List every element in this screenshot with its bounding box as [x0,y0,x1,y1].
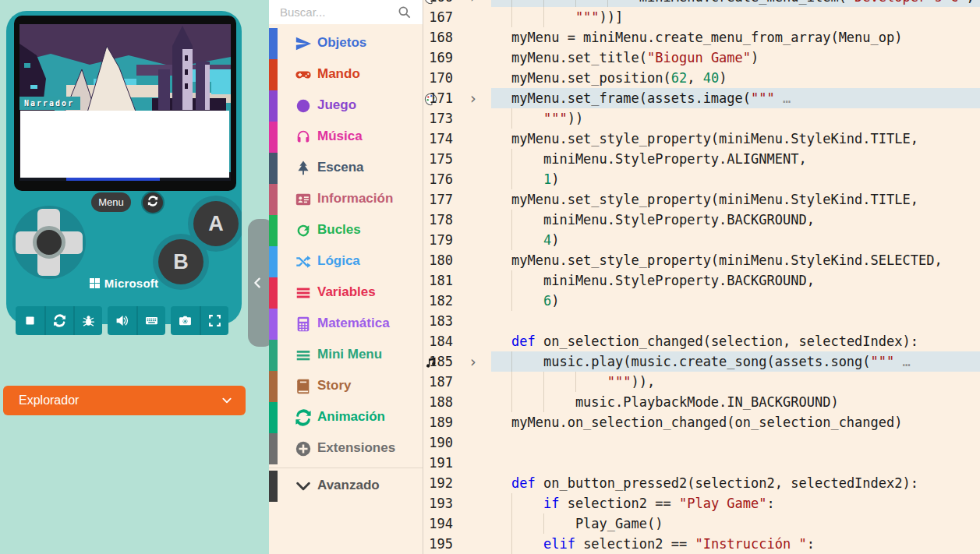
toolbox: ObjetosMandoJuegoMúsicaEscenaInformación… [269,0,423,554]
toolbox-category-minimenu[interactable]: Mini Menu [269,340,423,371]
code-line-166: 166›miniMenu.create_menu_item("Developer… [423,0,980,7]
fullscreen-icon [208,314,221,327]
code-text: miniMenu.StyleProperty.BACKGROUND, [491,210,980,230]
toolbox-category-informacion[interactable]: Información [269,184,423,215]
line-number: 189 [426,412,453,432]
fold-expand-icon[interactable]: › [469,88,481,108]
toolbox-category-extensiones[interactable]: Extensiones [269,433,423,464]
category-color-strip [269,309,278,340]
code-line-192: 192def on_button_pressed2(selection2, se… [423,473,980,493]
toolbox-advanced: Avanzado [269,471,423,502]
circle-icon [295,97,312,115]
indent-guide [511,169,512,189]
code-line-180: 180myMenu.set_style_property(miniMenu.St… [423,250,980,270]
code-line-171: 171›myMenu.set_frame(assets.image(""" … [423,88,980,108]
toolbox-category-mando[interactable]: Mando [269,59,423,90]
category-label: Bucles [317,222,361,238]
gamepad-icon [295,66,312,83]
toolbox-category-matematica[interactable]: Matemática [269,309,423,340]
arcade-device: Narrador Menu A B Microsoft [6,11,242,324]
line-number: 184 [426,331,453,351]
indent-guide [511,149,512,169]
code-line-189: 189myMenu.on_selection_changed(on_select… [423,412,980,432]
id-card-icon [295,191,312,208]
code-text: myMenu.set_frame(assets.image(""" … [491,88,980,108]
toolbox-category-avanzado[interactable]: Avanzado [269,471,423,502]
line-number: 171 [426,88,453,108]
python-code-editor[interactable]: 166›miniMenu.create_menu_item("Developer… [423,0,980,554]
code-text: music.play(music.create_song(assets.song… [491,351,980,372]
animation-icon [295,409,312,426]
device-reset-button[interactable] [141,191,165,214]
toolbox-category-bucles[interactable]: Bucles [269,215,423,246]
line-number: 185 [426,351,453,372]
toolbox-category-animacion[interactable]: Animación [269,402,423,433]
debug-button[interactable] [73,306,102,335]
code-text: 1) [491,169,980,189]
code-line-190: 190 [423,432,980,453]
explorer-dropdown[interactable]: Explorador [3,386,246,415]
indent-guide [511,270,512,291]
code-line-170: 170myMenu.set_position(62, 40) [423,68,980,88]
code-line-195: 195elif selection2 == "Instrucción ": [423,534,980,554]
category-label: Variables [317,284,376,300]
code-text: miniMenu.StyleProperty.BACKGROUND, [491,270,980,291]
line-number: 190 [426,432,453,453]
simulator-toolbar-group [108,306,165,335]
code-text: def on_button_pressed2(selection2, selec… [491,473,980,493]
line-number: 175 [426,149,453,169]
line-number: 177 [426,189,453,210]
category-color-strip [269,277,278,309]
category-color-strip [269,28,278,59]
code-line-194: 194Play_Game() [423,513,980,534]
code-line-193: 193if selection2 == "Play Game": [423,493,980,513]
sound-button[interactable] [108,306,136,335]
line-number: 169 [426,48,453,68]
code-text: """)) [491,108,980,129]
toolbox-category-objetos[interactable]: Objetos [269,28,423,59]
code-line-176: 1761) [423,169,980,189]
code-line-177: 177myMenu.set_style_property(miniMenu.St… [423,189,980,210]
code-line-174: 174myMenu.set_style_property(miniMenu.St… [423,129,980,149]
category-label: Matemática [317,316,390,331]
screenshot-button[interactable] [171,306,200,335]
fullscreen-button[interactable] [200,306,228,335]
toolbox-search [269,0,423,24]
indent-guide [511,534,512,554]
simulator-panel: Narrador Menu A B Microsoft [0,0,269,554]
toolbox-category-list: ObjetosMandoJuegoMúsicaEscenaInformación… [269,24,423,464]
stop-button[interactable] [16,306,44,335]
fold-expand-icon[interactable]: › [469,0,481,7]
line-number: 178 [426,210,453,230]
toolbox-category-musica[interactable]: Música [269,122,423,153]
indent-guide [575,372,576,392]
category-label: Escena [317,160,364,175]
indent-guide [511,392,512,412]
dpad-center-knob [33,226,65,259]
toolbox-category-story[interactable]: Story [269,371,423,402]
restart-button[interactable] [44,306,73,335]
category-color-strip [269,402,278,433]
shuffle-icon [295,253,312,270]
code-line-175: 175miniMenu.StyleProperty.ALIGNMENT, [423,149,980,169]
indent-guide [543,513,544,534]
toolbox-category-variables[interactable]: Variables [269,277,423,309]
device-dpad[interactable] [12,206,86,279]
plus-circle-icon [295,440,312,457]
toolbox-category-escena[interactable]: Escena [269,153,423,184]
category-label: Mando [317,66,360,82]
toolbox-category-logica[interactable]: Lógica [269,246,423,277]
line-number: 188 [426,392,453,412]
fold-expand-icon[interactable]: › [469,351,481,372]
category-color-strip [269,215,278,246]
indent-guide [511,210,512,230]
line-number: 181 [426,270,453,291]
category-color-strip [269,371,278,402]
code-line-178: 178miniMenu.StyleProperty.BACKGROUND, [423,210,980,230]
code-line-184: 184def on_selection_changed(selection, s… [423,331,980,351]
code-text: 4) [491,230,980,250]
keyboard-button[interactable] [136,306,165,335]
device-menu-button[interactable]: Menu [91,192,131,212]
toolbox-category-juego[interactable]: Juego [269,90,423,122]
line-number: 179 [426,230,453,250]
